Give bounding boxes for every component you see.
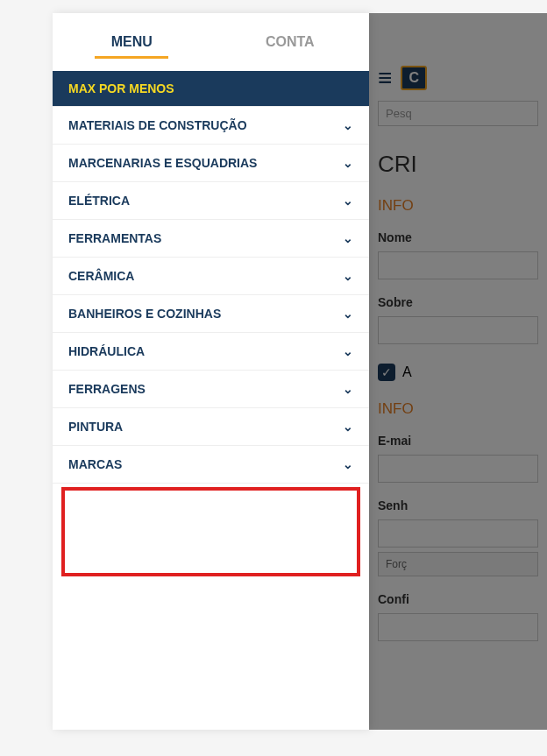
category-label: FERRAMENTAS: [68, 231, 161, 245]
tab-conta[interactable]: CONTA: [211, 13, 370, 71]
chevron-down-icon: ⌄: [343, 156, 353, 170]
drawer-tabs: MENU CONTA: [53, 13, 369, 71]
category-label: FERRAGENS: [68, 382, 146, 396]
chevron-down-icon: ⌄: [343, 344, 353, 358]
category-label: BANHEIROS E COZINHAS: [68, 307, 221, 321]
category-item[interactable]: CERÂMICA ⌄: [53, 258, 369, 295]
category-label: PINTURA: [68, 420, 123, 434]
category-item[interactable]: BANHEIROS E COZINHAS ⌄: [53, 295, 369, 333]
chevron-down-icon: ⌄: [343, 118, 353, 132]
category-label: CERÂMICA: [68, 269, 134, 283]
category-item[interactable]: MATERIAIS DE CONSTRUÇÃO ⌄: [53, 107, 369, 145]
annotation-highlight: [61, 487, 360, 576]
category-list: MAX POR MENOS MATERIAIS DE CONSTRUÇÃO ⌄ …: [53, 71, 369, 580]
category-max-por-menos[interactable]: MAX POR MENOS: [53, 71, 369, 107]
category-label: ELÉTRICA: [68, 194, 130, 208]
category-label: HIDRÁULICA: [68, 344, 145, 358]
category-item[interactable]: ELÉTRICA ⌄: [53, 182, 369, 220]
category-item[interactable]: FERRAMENTAS ⌄: [53, 220, 369, 258]
modal-overlay[interactable]: [369, 13, 547, 730]
chevron-down-icon: ⌄: [343, 307, 353, 321]
category-label: MATERIAIS DE CONSTRUÇÃO: [68, 118, 247, 132]
category-item[interactable]: MARCENARIAS E ESQUADRIAS ⌄: [53, 145, 369, 182]
chevron-down-icon: ⌄: [343, 420, 353, 434]
chevron-down-icon: ⌄: [343, 382, 353, 396]
category-label: MARCENARIAS E ESQUADRIAS: [68, 156, 257, 170]
category-item[interactable]: MARCAS ⌄: [53, 446, 369, 484]
chevron-down-icon: ⌄: [343, 269, 353, 283]
menu-drawer: MENU CONTA MAX POR MENOS MATERIAIS DE CO…: [53, 13, 369, 730]
chevron-down-icon: ⌄: [343, 194, 353, 208]
category-item[interactable]: HIDRÁULICA ⌄: [53, 333, 369, 371]
tab-menu[interactable]: MENU: [53, 13, 211, 71]
chevron-down-icon: ⌄: [343, 231, 353, 245]
category-item[interactable]: FERRAGENS ⌄: [53, 371, 369, 408]
category-label: MARCAS: [68, 457, 122, 471]
chevron-down-icon: ⌄: [343, 457, 353, 471]
category-item[interactable]: PINTURA ⌄: [53, 408, 369, 446]
